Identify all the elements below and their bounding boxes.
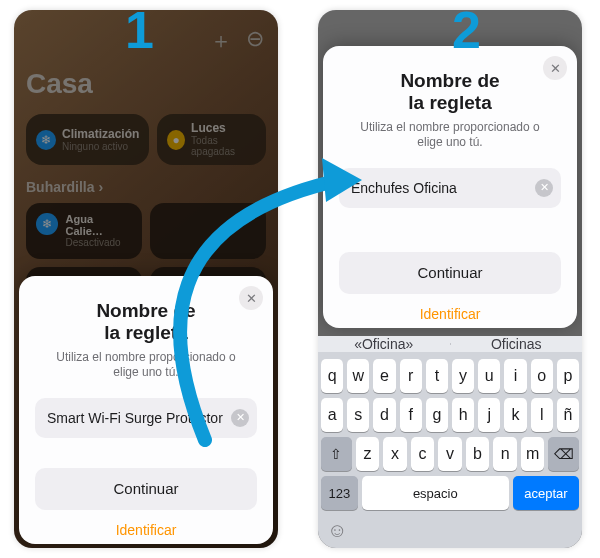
sheet-subtitle: Utiliza el nombre proporcionado o elige … [35, 350, 257, 380]
key-x[interactable]: x [383, 437, 407, 471]
key-j[interactable]: j [478, 398, 500, 432]
key-f[interactable]: f [400, 398, 422, 432]
key-m[interactable]: m [521, 437, 545, 471]
room-name-label: Buhardilla [26, 179, 94, 195]
suggestion[interactable]: «Oficina» [318, 336, 450, 352]
step-label-1: 1 [125, 0, 154, 60]
name-input[interactable] [351, 180, 527, 196]
key-g[interactable]: g [426, 398, 448, 432]
name-accessory-sheet: ✕ Nombre de la regleta Utiliza el nombre… [323, 46, 577, 328]
sheet-title-line1: Nombre de [96, 300, 195, 321]
key-c[interactable]: c [411, 437, 435, 471]
more-icon[interactable]: ⊖ [246, 26, 264, 56]
snowflake-icon: ❄︎ [36, 130, 56, 150]
name-field-wrap[interactable]: ✕ [339, 168, 561, 208]
identify-link[interactable]: Identificar [35, 522, 257, 538]
bulb-icon: ● [167, 130, 185, 150]
sheet-title-line2: la regleta [408, 92, 491, 113]
keyboard-row-fn: 123 espacio aceptar [321, 476, 579, 510]
key-i[interactable]: i [504, 359, 526, 393]
step-label-2: 2 [452, 0, 481, 60]
key-u[interactable]: u [478, 359, 500, 393]
key-a[interactable]: a [321, 398, 343, 432]
key-backspace[interactable]: ⌫ [548, 437, 579, 471]
key-k[interactable]: k [504, 398, 526, 432]
accessory-tile[interactable]: ❄︎ Agua Calie… Desactivado [26, 203, 142, 259]
chip-lights[interactable]: ● Luces Todas apagadas [157, 114, 266, 165]
accessory-tile[interactable] [150, 203, 266, 259]
continue-button[interactable]: Continuar [339, 252, 561, 294]
key-b[interactable]: b [466, 437, 490, 471]
room-header[interactable]: Buhardilla › [26, 179, 266, 195]
sheet-title: Nombre de la regleta [35, 300, 257, 344]
key-space[interactable]: espacio [362, 476, 509, 510]
clear-icon[interactable]: ✕ [535, 179, 553, 197]
key-l[interactable]: l [531, 398, 553, 432]
key-s[interactable]: s [347, 398, 369, 432]
tile-status: Desactivado [66, 237, 132, 248]
key-v[interactable]: v [438, 437, 462, 471]
tile-name: Agua Calie… [66, 213, 132, 237]
key-r[interactable]: r [400, 359, 422, 393]
key-n[interactable]: n [493, 437, 517, 471]
sheet-title: Nombre de la regleta [339, 70, 561, 114]
chip-status: Todas apagadas [191, 135, 256, 157]
sheet-title-line2: la regleta [104, 322, 187, 343]
keyboard-row-2: a s d f g h j k l ñ [321, 398, 579, 432]
continue-button[interactable]: Continuar [35, 468, 257, 510]
name-input[interactable] [47, 410, 223, 426]
key-shift[interactable]: ⇧ [321, 437, 352, 471]
chip-status: Ninguno activo [62, 141, 139, 152]
chevron-right-icon: › [98, 179, 103, 195]
keyboard-suggestions: «Oficina» Oficinas [318, 336, 582, 352]
identify-link[interactable]: Identificar [339, 306, 561, 322]
sheet-title-line1: Nombre de [400, 70, 499, 91]
key-h[interactable]: h [452, 398, 474, 432]
key-q[interactable]: q [321, 359, 343, 393]
chip-label: Climatización [62, 128, 139, 141]
close-icon[interactable]: ✕ [239, 286, 263, 310]
key-z[interactable]: z [356, 437, 380, 471]
key-y[interactable]: y [452, 359, 474, 393]
key-t[interactable]: t [426, 359, 448, 393]
screenshot-2: ✕ Nombre de la regleta Utiliza el nombre… [318, 10, 582, 548]
home-title: Casa [26, 68, 266, 100]
keyboard-row-3: ⇧ z x c v b n m ⌫ [321, 437, 579, 471]
chip-climate[interactable]: ❄︎ Climatización Ninguno activo [26, 114, 149, 165]
snowflake-icon: ❄︎ [36, 213, 58, 235]
key-accept[interactable]: aceptar [513, 476, 579, 510]
key-p[interactable]: p [557, 359, 579, 393]
key-w[interactable]: w [347, 359, 369, 393]
key-o[interactable]: o [531, 359, 553, 393]
name-field-wrap[interactable]: ✕ [35, 398, 257, 438]
keyboard-row-1: q w e r t y u i o p [321, 359, 579, 393]
keyboard: «Oficina» Oficinas q w e r t y u i o p a… [318, 336, 582, 548]
chip-label: Luces [191, 122, 256, 135]
close-icon[interactable]: ✕ [543, 56, 567, 80]
name-accessory-sheet: ✕ Nombre de la regleta Utiliza el nombre… [19, 276, 273, 544]
key-123[interactable]: 123 [321, 476, 358, 510]
screenshot-1: ＋ ⊖ Casa ❄︎ Climatización Ninguno activo… [14, 10, 278, 548]
sheet-subtitle: Utiliza el nombre proporcionado o elige … [339, 120, 561, 150]
key-enye[interactable]: ñ [557, 398, 579, 432]
key-d[interactable]: d [373, 398, 395, 432]
emoji-icon[interactable]: ☺ [327, 519, 347, 542]
key-e[interactable]: e [373, 359, 395, 393]
add-icon[interactable]: ＋ [210, 26, 232, 56]
suggestion[interactable]: Oficinas [451, 336, 583, 352]
clear-icon[interactable]: ✕ [231, 409, 249, 427]
